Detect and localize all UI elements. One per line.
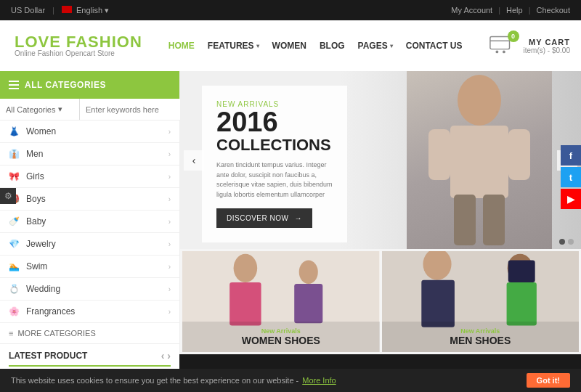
cookie-more-info[interactable]: More Info — [302, 376, 336, 385]
settings-icon[interactable]: ⚙ — [0, 188, 16, 204]
svg-rect-14 — [294, 284, 322, 323]
youtube-button[interactable]: ▶ — [561, 189, 581, 209]
all-categories-header[interactable]: ALL CATEGORIES — [0, 71, 179, 99]
grid-item-men-shoes[interactable]: New Arrivals MEN SHOES — [382, 251, 580, 352]
grid-tag: New Arrivals — [188, 327, 374, 335]
category-select[interactable]: All Categories ▾ — [0, 99, 80, 120]
cart-badge: 0 — [508, 30, 519, 42]
grid-item-label: New Arrivals MEN SHOES — [382, 322, 580, 352]
flag-icon — [62, 6, 72, 13]
hamburger-icon — [9, 81, 19, 89]
cookie-message: This website uses cookies to ensure you … — [11, 376, 298, 385]
model-figure — [407, 71, 552, 249]
chevron-right-icon: › — [168, 240, 171, 248]
hero-slider: NEW ARRIVALS 2016 COLLECTIONS Karen tinc… — [180, 71, 581, 249]
chevron-right-icon: › — [168, 308, 171, 316]
nav-women[interactable]: WOMEN — [272, 41, 306, 51]
twitter-button[interactable]: t — [561, 167, 581, 187]
sidebar-item-boys[interactable]: 🎒 Boys › — [0, 188, 179, 211]
top-bar-right: My Account | Help | Checkout — [451, 6, 570, 15]
sidebar-item-women[interactable]: 👗 Women › — [0, 121, 179, 143]
nav-home[interactable]: HOME — [168, 41, 195, 51]
all-categories-label: ALL CATEGORIES — [25, 80, 106, 90]
dot-2[interactable] — [568, 239, 574, 245]
language-selector[interactable]: English ▾ — [62, 6, 109, 15]
chevron-right-icon: › — [168, 173, 171, 181]
svg-rect-8 — [454, 195, 476, 245]
sidebar-item-jewelry[interactable]: 💎 Jewelry › — [0, 233, 179, 256]
divider: | — [52, 6, 54, 15]
baby-icon: 🍼 — [9, 216, 20, 226]
select-arrow: ▾ — [58, 105, 62, 114]
cookie-accept-button[interactable]: Got it! — [527, 373, 570, 388]
my-account-link[interactable]: My Account — [451, 6, 492, 15]
women-icon: 👗 — [9, 126, 20, 136]
svg-point-3 — [503, 51, 505, 54]
sidebar: ALL CATEGORIES All Categories ▾ SEARCH 👗… — [0, 71, 180, 354]
slider-dots — [559, 239, 574, 245]
main-content: NEW ARRIVALS 2016 COLLECTIONS Karen tinc… — [180, 71, 581, 354]
hero-model — [407, 71, 552, 249]
dropdown-arrow: ▾ — [256, 43, 259, 49]
plus-icon: ≡ — [9, 329, 13, 338]
chevron-right-icon: › — [168, 128, 171, 136]
swim-icon: 🏊 — [9, 261, 20, 271]
more-categories[interactable]: ≡ MORE CATEGORIES — [0, 323, 179, 343]
twitter-icon: t — [569, 172, 572, 183]
sidebar-item-men[interactable]: 👔 Men › — [0, 143, 179, 166]
grid-category: WOMEN SHOES — [188, 335, 374, 346]
svg-rect-12 — [229, 282, 261, 326]
product-nav-arrows[interactable]: ‹ › — [161, 350, 171, 362]
girls-icon: 🎀 — [9, 171, 20, 181]
nav-blog[interactable]: BLOG — [320, 41, 345, 51]
search-input[interactable] — [80, 99, 192, 120]
sidebar-item-frangrances[interactable]: 🌸 Frangrances › — [0, 301, 179, 323]
cart-icon-wrap: 0 — [489, 33, 516, 58]
chevron-right-icon: › — [168, 218, 171, 226]
chevron-right-icon: › — [168, 263, 171, 271]
social-sidebar: f t ▶ — [561, 145, 581, 209]
currency-selector[interactable]: US Dollar — [11, 6, 45, 15]
grid-tag: New Arrivals — [388, 327, 574, 335]
hero-content: NEW ARRIVALS 2016 COLLECTIONS Karen tinc… — [202, 86, 347, 242]
svg-rect-5 — [450, 126, 508, 198]
checkout-link[interactable]: Checkout — [537, 6, 570, 15]
help-link[interactable]: Help — [506, 6, 523, 15]
svg-rect-7 — [508, 129, 530, 180]
svg-point-11 — [234, 254, 258, 282]
content-area: ALL CATEGORIES All Categories ▾ SEARCH 👗… — [0, 71, 581, 354]
youtube-icon: ▶ — [567, 194, 574, 205]
facebook-button[interactable]: f — [561, 145, 581, 166]
hero-title: COLLECTIONS — [216, 136, 333, 155]
arrow-icon: → — [294, 214, 302, 222]
jewelry-icon: 💎 — [9, 239, 20, 249]
nav-pages[interactable]: PAGES ▾ — [358, 41, 393, 51]
chevron-right-icon: › — [168, 150, 171, 158]
dot-1[interactable] — [559, 239, 565, 245]
wedding-icon: 💍 — [9, 284, 20, 294]
nav-features[interactable]: FEATURES ▾ — [208, 41, 259, 51]
header: LOVE FASHION Online Fashion Opencart Sto… — [0, 20, 581, 71]
svg-rect-0 — [489, 37, 509, 49]
nav-contact[interactable]: CONTACT US — [406, 41, 463, 51]
grid-item-women-shoes[interactable]: New Arrivals WOMEN SHOES — [182, 251, 380, 352]
sidebar-item-baby[interactable]: 🍼 Baby › — [0, 211, 179, 233]
logo[interactable]: LOVE FASHION Online Fashion Opencart Sto… — [15, 34, 142, 57]
dropdown-arrow: ▾ — [390, 43, 393, 49]
logo-title: LOVE FASHION — [15, 34, 142, 50]
cart-area[interactable]: 0 MY CART item(s) - $0.00 — [489, 33, 570, 58]
sidebar-item-wedding[interactable]: 💍 Wedding › — [0, 278, 179, 301]
top-bar-left: US Dollar | English ▾ — [11, 6, 109, 15]
product-grid: New Arrivals WOMEN SHOES New Arrivals — [180, 249, 581, 354]
slider-prev-arrow[interactable]: ‹ — [184, 150, 204, 171]
sidebar-item-swim[interactable]: 🏊 Swim › — [0, 256, 179, 278]
hero-background: NEW ARRIVALS 2016 COLLECTIONS Karen tinc… — [180, 71, 581, 249]
svg-point-2 — [495, 51, 498, 54]
men-icon: 👔 — [9, 149, 20, 159]
frangrances-icon: 🌸 — [9, 306, 20, 317]
discover-button[interactable]: DISCOVER NOW → — [216, 208, 312, 228]
sidebar-item-girls[interactable]: 🎀 Girls › — [0, 166, 179, 188]
top-bar: US Dollar | English ▾ My Account | Help … — [0, 0, 581, 20]
cookie-bar: This website uses cookies to ensure you … — [0, 369, 581, 392]
logo-subtitle: Online Fashion Opencart Store — [15, 50, 142, 57]
